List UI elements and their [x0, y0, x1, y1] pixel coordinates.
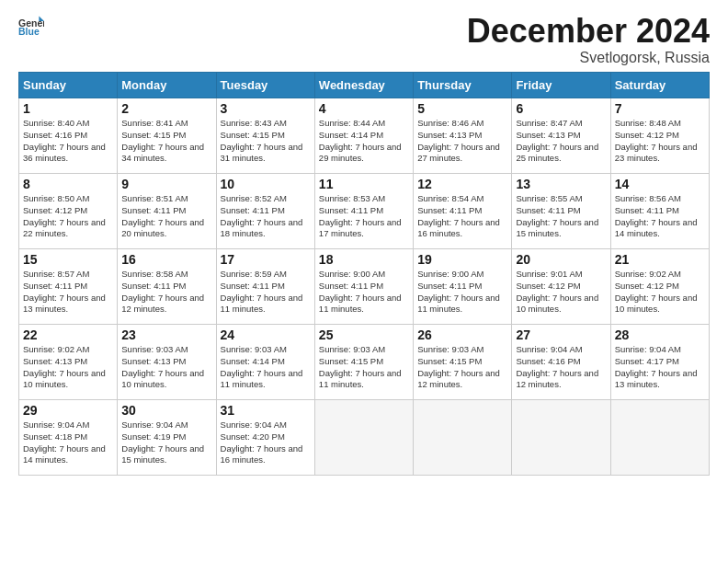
day-number: 25: [319, 327, 409, 342]
day-number: 13: [516, 177, 606, 191]
week-row-2: 8Sunrise: 8:50 AM Sunset: 4:12 PM Daylig…: [19, 174, 710, 249]
day-number: 7: [615, 101, 705, 116]
day-details: Sunrise: 9:00 AM Sunset: 4:11 PM Dayligh…: [417, 269, 507, 316]
svg-text:Blue: Blue: [18, 26, 40, 37]
day-details: Sunrise: 8:59 AM Sunset: 4:11 PM Dayligh…: [221, 269, 311, 316]
header-cell-saturday: Saturday: [610, 73, 709, 98]
day-cell-10: 10Sunrise: 8:52 AM Sunset: 4:11 PM Dayli…: [216, 174, 314, 249]
header-cell-monday: Monday: [118, 73, 216, 98]
day-number: 10: [221, 177, 311, 191]
day-number: 6: [516, 101, 606, 116]
day-details: Sunrise: 9:00 AM Sunset: 4:11 PM Dayligh…: [319, 269, 409, 316]
day-cell-19: 19Sunrise: 9:00 AM Sunset: 4:11 PM Dayli…: [414, 249, 512, 325]
week-row-1: 1Sunrise: 8:40 AM Sunset: 4:16 PM Daylig…: [19, 98, 710, 174]
day-cell-5: 5Sunrise: 8:46 AM Sunset: 4:13 PM Daylig…: [414, 98, 512, 174]
day-cell-15: 15Sunrise: 8:57 AM Sunset: 4:11 PM Dayli…: [19, 249, 118, 325]
day-cell-2: 2Sunrise: 8:41 AM Sunset: 4:15 PM Daylig…: [118, 98, 216, 174]
day-cell-20: 20Sunrise: 9:01 AM Sunset: 4:12 PM Dayli…: [512, 249, 610, 325]
day-number: 5: [417, 101, 507, 116]
day-details: Sunrise: 8:55 AM Sunset: 4:11 PM Dayligh…: [516, 193, 606, 240]
day-cell-25: 25Sunrise: 9:03 AM Sunset: 4:15 PM Dayli…: [314, 325, 413, 400]
day-details: Sunrise: 9:04 AM Sunset: 4:19 PM Dayligh…: [121, 419, 211, 466]
header-cell-sunday: Sunday: [19, 73, 118, 98]
day-details: Sunrise: 8:41 AM Sunset: 4:15 PM Dayligh…: [121, 118, 211, 165]
empty-cell: [512, 400, 610, 476]
day-cell-26: 26Sunrise: 9:03 AM Sunset: 4:15 PM Dayli…: [414, 325, 512, 400]
week-row-5: 29Sunrise: 9:04 AM Sunset: 4:18 PM Dayli…: [19, 400, 710, 476]
day-details: Sunrise: 8:50 AM Sunset: 4:12 PM Dayligh…: [23, 193, 113, 240]
day-cell-27: 27Sunrise: 9:04 AM Sunset: 4:16 PM Dayli…: [512, 325, 610, 400]
day-cell-21: 21Sunrise: 9:02 AM Sunset: 4:12 PM Dayli…: [610, 249, 709, 325]
header-cell-friday: Friday: [512, 73, 610, 98]
day-number: 4: [319, 101, 409, 116]
day-details: Sunrise: 8:54 AM Sunset: 4:11 PM Dayligh…: [417, 193, 507, 240]
logo: General Blue: [18, 15, 44, 40]
day-cell-7: 7Sunrise: 8:48 AM Sunset: 4:12 PM Daylig…: [610, 98, 709, 174]
day-number: 16: [121, 252, 211, 267]
day-details: Sunrise: 8:40 AM Sunset: 4:16 PM Dayligh…: [23, 118, 113, 165]
day-number: 26: [417, 327, 507, 342]
day-details: Sunrise: 9:03 AM Sunset: 4:14 PM Dayligh…: [221, 344, 311, 391]
calendar-container: General Blue December 2024 Svetlogorsk, …: [0, 0, 728, 485]
day-number: 2: [121, 101, 211, 116]
day-details: Sunrise: 8:48 AM Sunset: 4:12 PM Dayligh…: [615, 118, 705, 165]
week-row-4: 22Sunrise: 9:02 AM Sunset: 4:13 PM Dayli…: [19, 325, 710, 400]
day-cell-8: 8Sunrise: 8:50 AM Sunset: 4:12 PM Daylig…: [19, 174, 118, 249]
calendar-table: SundayMondayTuesdayWednesdayThursdayFrid…: [18, 72, 710, 476]
empty-cell: [414, 400, 512, 476]
day-details: Sunrise: 9:04 AM Sunset: 4:16 PM Dayligh…: [516, 344, 606, 391]
day-details: Sunrise: 9:03 AM Sunset: 4:15 PM Dayligh…: [319, 344, 409, 391]
day-number: 31: [221, 403, 311, 418]
day-number: 28: [615, 327, 705, 342]
header-cell-thursday: Thursday: [414, 73, 512, 98]
day-cell-9: 9Sunrise: 8:51 AM Sunset: 4:11 PM Daylig…: [118, 174, 216, 249]
day-number: 11: [319, 177, 409, 191]
header-cell-tuesday: Tuesday: [216, 73, 314, 98]
day-details: Sunrise: 8:57 AM Sunset: 4:11 PM Dayligh…: [23, 269, 113, 316]
day-details: Sunrise: 8:53 AM Sunset: 4:11 PM Dayligh…: [319, 193, 409, 240]
day-details: Sunrise: 9:04 AM Sunset: 4:18 PM Dayligh…: [23, 419, 113, 466]
month-title: December 2024: [467, 15, 710, 48]
day-number: 18: [319, 252, 409, 267]
day-cell-4: 4Sunrise: 8:44 AM Sunset: 4:14 PM Daylig…: [314, 98, 413, 174]
day-number: 22: [23, 327, 113, 342]
day-cell-17: 17Sunrise: 8:59 AM Sunset: 4:11 PM Dayli…: [216, 249, 314, 325]
day-details: Sunrise: 9:02 AM Sunset: 4:13 PM Dayligh…: [23, 344, 113, 391]
day-details: Sunrise: 8:47 AM Sunset: 4:13 PM Dayligh…: [516, 118, 606, 165]
day-details: Sunrise: 8:51 AM Sunset: 4:11 PM Dayligh…: [121, 193, 211, 240]
day-cell-24: 24Sunrise: 9:03 AM Sunset: 4:14 PM Dayli…: [216, 325, 314, 400]
header-cell-wednesday: Wednesday: [314, 73, 413, 98]
day-cell-22: 22Sunrise: 9:02 AM Sunset: 4:13 PM Dayli…: [19, 325, 118, 400]
header-row: SundayMondayTuesdayWednesdayThursdayFrid…: [19, 73, 710, 98]
day-cell-31: 31Sunrise: 9:04 AM Sunset: 4:20 PM Dayli…: [216, 400, 314, 476]
day-details: Sunrise: 9:03 AM Sunset: 4:13 PM Dayligh…: [121, 344, 211, 391]
day-details: Sunrise: 8:56 AM Sunset: 4:11 PM Dayligh…: [615, 193, 705, 240]
day-cell-11: 11Sunrise: 8:53 AM Sunset: 4:11 PM Dayli…: [314, 174, 413, 249]
day-cell-18: 18Sunrise: 9:00 AM Sunset: 4:11 PM Dayli…: [314, 249, 413, 325]
day-number: 20: [516, 252, 606, 267]
day-cell-30: 30Sunrise: 9:04 AM Sunset: 4:19 PM Dayli…: [118, 400, 216, 476]
location-subtitle: Svetlogorsk, Russia: [467, 50, 710, 66]
day-number: 19: [417, 252, 507, 267]
day-details: Sunrise: 8:46 AM Sunset: 4:13 PM Dayligh…: [417, 118, 507, 165]
day-cell-13: 13Sunrise: 8:55 AM Sunset: 4:11 PM Dayli…: [512, 174, 610, 249]
header: General Blue December 2024 Svetlogorsk, …: [18, 15, 710, 66]
day-number: 27: [516, 327, 606, 342]
day-details: Sunrise: 9:02 AM Sunset: 4:12 PM Dayligh…: [615, 269, 705, 316]
day-details: Sunrise: 8:43 AM Sunset: 4:15 PM Dayligh…: [221, 118, 311, 165]
day-details: Sunrise: 9:01 AM Sunset: 4:12 PM Dayligh…: [516, 269, 606, 316]
day-number: 1: [23, 101, 113, 116]
day-cell-29: 29Sunrise: 9:04 AM Sunset: 4:18 PM Dayli…: [19, 400, 118, 476]
day-number: 12: [417, 177, 507, 191]
day-cell-16: 16Sunrise: 8:58 AM Sunset: 4:11 PM Dayli…: [118, 249, 216, 325]
day-number: 17: [221, 252, 311, 267]
day-number: 3: [221, 101, 311, 116]
day-cell-3: 3Sunrise: 8:43 AM Sunset: 4:15 PM Daylig…: [216, 98, 314, 174]
day-details: Sunrise: 9:04 AM Sunset: 4:20 PM Dayligh…: [221, 419, 311, 466]
day-cell-6: 6Sunrise: 8:47 AM Sunset: 4:13 PM Daylig…: [512, 98, 610, 174]
day-details: Sunrise: 8:58 AM Sunset: 4:11 PM Dayligh…: [121, 269, 211, 316]
day-number: 15: [23, 252, 113, 267]
day-number: 21: [615, 252, 705, 267]
day-details: Sunrise: 8:52 AM Sunset: 4:11 PM Dayligh…: [221, 193, 311, 240]
logo-icon: General Blue: [18, 15, 44, 40]
